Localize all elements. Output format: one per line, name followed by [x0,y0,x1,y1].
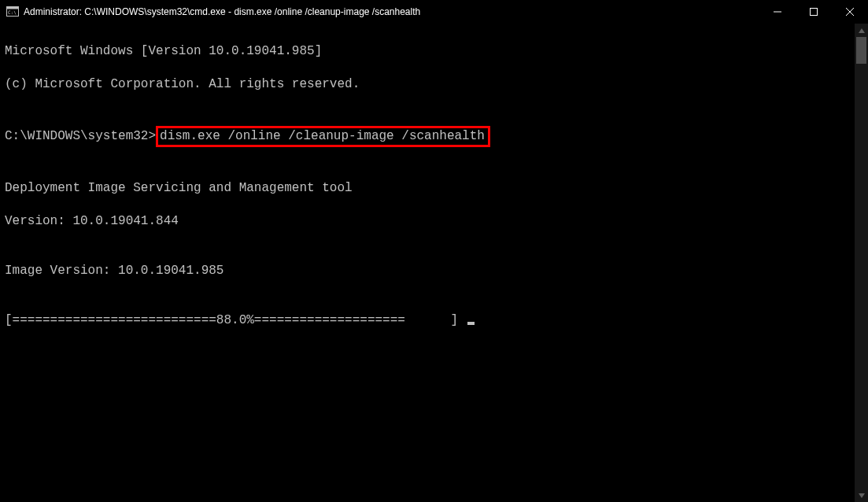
prompt-line: C:\WINDOWS\system32>dism.exe /online /cl… [5,126,855,147]
window-controls [759,0,868,24]
output-line: Deployment Image Servicing and Managemen… [5,180,855,197]
output-line: Image Version: 10.0.19041.985 [5,263,855,279]
terminal-output[interactable]: Microsoft Windows [Version 10.0.19041.98… [0,24,855,502]
cmd-window: C:\ Administrator: C:\WINDOWS\system32\c… [0,0,868,502]
minimize-button[interactable] [759,0,796,24]
scrollbar-thumb[interactable] [856,37,866,64]
titlebar[interactable]: C:\ Administrator: C:\WINDOWS\system32\c… [0,0,868,24]
svg-rect-3 [811,9,818,16]
scroll-down-button[interactable] [855,489,868,502]
progress-line: [===========================88.0%=======… [5,312,855,329]
cursor [467,322,475,325]
maximize-button[interactable] [796,0,832,24]
scroll-up-button[interactable] [855,24,868,37]
output-line: Version: 10.0.19041.844 [5,213,855,230]
output-line: Microsoft Windows [Version 10.0.19041.98… [5,43,855,60]
vertical-scrollbar[interactable] [855,24,868,502]
output-line: (c) Microsoft Corporation. All rights re… [5,76,855,93]
svg-text:C:\: C:\ [8,9,17,15]
scrollbar-track[interactable] [855,37,868,489]
cmd-icon: C:\ [6,6,19,18]
prompt-prefix: C:\WINDOWS\system32> [5,129,156,143]
close-button[interactable] [832,0,868,24]
window-title: Administrator: C:\WINDOWS\system32\cmd.e… [24,6,759,17]
highlighted-command: dism.exe /online /cleanup-image /scanhea… [156,126,490,147]
